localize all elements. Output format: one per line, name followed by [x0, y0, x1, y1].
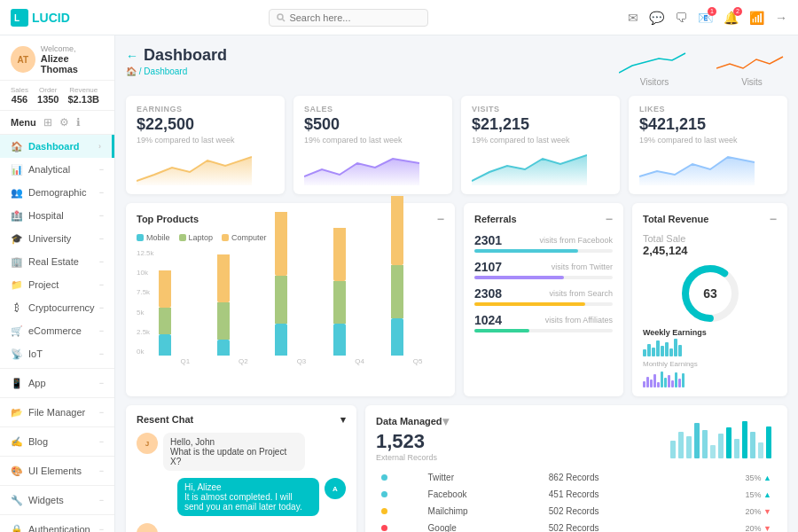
- search-input[interactable]: [289, 12, 413, 23]
- referral-bar-bg-3: [474, 329, 613, 332]
- referral-bar-3: [474, 329, 529, 332]
- svg-rect-16: [710, 445, 716, 458]
- breadcrumb-home-icon: 🏠: [126, 66, 137, 76]
- weekly-earnings-label: Weekly Earnings: [643, 328, 777, 337]
- logout-icon[interactable]: →: [775, 11, 787, 25]
- order-value: 1350: [37, 94, 59, 105]
- likes-sub: 19% compared to last week: [639, 136, 777, 145]
- sidebar-item-dashboard[interactable]: 🏠 Dashboard ›: [0, 135, 114, 158]
- svg-rect-22: [758, 442, 763, 458]
- info-icon[interactable]: ℹ: [76, 116, 81, 129]
- chat-more[interactable]: ▾: [340, 414, 346, 426]
- sidebar-label-3: Hospital: [28, 210, 64, 221]
- back-arrow[interactable]: ←: [126, 49, 138, 63]
- data-row-percent-0: 35% ▲: [689, 469, 777, 486]
- likes-card: LIKES $421,215 19% compared to last week: [629, 96, 787, 194]
- user-section: AT Welcome, Alizee Thomas: [0, 35, 114, 81]
- logo-icon: L: [11, 9, 28, 27]
- visits-value: $21,215: [472, 115, 609, 134]
- referral-item-2: 2308 visits from Search: [474, 286, 613, 306]
- sidebar-item-project[interactable]: 📁 Project −: [0, 273, 114, 296]
- sidebar-icon-11: 📂: [11, 406, 23, 419]
- sidebar-label-14: Widgets: [28, 495, 64, 505]
- sidebar-item-widgets[interactable]: 🔧 Widgets −: [0, 489, 114, 512]
- sidebar-label-15: Authentication: [28, 524, 90, 532]
- x-labels: Q1 Q2 Q3 Q4 Q5: [137, 357, 444, 365]
- referral-bar-bg-1: [474, 276, 613, 279]
- trend-icon-3: ▼: [763, 524, 771, 533]
- message-icon[interactable]: 🗨: [675, 11, 687, 25]
- sidebar-item-app[interactable]: 📱 App −: [0, 372, 114, 395]
- sidebar-item-university[interactable]: 🎓 University −: [0, 227, 114, 250]
- sidebar-item-file-manager[interactable]: 📂 File Manager −: [0, 401, 114, 424]
- chat-icon[interactable]: 💬: [649, 11, 664, 25]
- page-title-section: ← Dashboard: [126, 46, 227, 65]
- sidebar-icon-13: 🎨: [11, 465, 23, 477]
- chevron-icon-10: −: [99, 379, 104, 387]
- email-icon[interactable]: ✉: [628, 11, 638, 25]
- sidebar-label-11: File Manager: [28, 407, 85, 418]
- referral-item-0: 2301 visits from Facebook: [474, 233, 613, 253]
- sidebar-item-demographic[interactable]: 👥 Demographic −: [0, 181, 114, 204]
- avatar: AT: [11, 46, 35, 73]
- sidebar-label-9: IoT: [28, 348, 43, 359]
- referral-bar-1: [474, 276, 564, 279]
- data-row-percent-1: 15% ▲: [689, 486, 777, 503]
- y-axis: 12.5k10k7.5k5k2.5k0k: [137, 249, 154, 356]
- sidebar-label-12: Blog: [28, 436, 48, 447]
- data-sub-label: External Records: [376, 453, 449, 462]
- data-managed-more[interactable]: ▾: [442, 414, 449, 428]
- chat-bubble-1: Hello, JohnWhat is the update on Project…: [163, 433, 305, 471]
- visits-label: Visits: [716, 77, 787, 87]
- sidebar-item-analytical[interactable]: 📊 Analytical −: [0, 158, 114, 181]
- referral-label-2: visits from Search: [549, 289, 613, 298]
- svg-rect-19: [734, 439, 739, 458]
- mail-icon[interactable]: 📧1: [698, 11, 713, 25]
- gear-icon[interactable]: ⚙: [59, 116, 69, 129]
- stat-cards-row: EARNINGS $22,500 19% compared to last we…: [126, 96, 787, 194]
- data-row-records-2: 502 Records: [544, 503, 689, 520]
- data-big-number: 1,523: [376, 430, 449, 453]
- trend-icon-1: ▲: [763, 490, 771, 499]
- revenue-more[interactable]: −: [770, 212, 777, 226]
- referral-value-1: 2107: [474, 260, 502, 274]
- total-sale-title: Total Sale: [643, 233, 777, 244]
- data-row-dot-1: [376, 486, 423, 503]
- earnings-sub: 19% compared to last week: [137, 136, 274, 145]
- bell-icon[interactable]: 🔔2: [724, 11, 739, 25]
- visits-card: VISITS $21,215 19% compared to last week: [461, 96, 620, 194]
- svg-marker-6: [472, 155, 587, 185]
- svg-rect-17: [718, 434, 724, 458]
- sidebar-item-blog[interactable]: ✍️ Blog −: [0, 430, 114, 453]
- earnings-label: EARNINGS: [137, 105, 274, 113]
- sidebar-item-hospital[interactable]: 🏥 Hospital −: [0, 204, 114, 227]
- sidebar-item-ecommerce[interactable]: 🛒 eCommerce −: [0, 319, 114, 342]
- sidebar-item-ui-elements[interactable]: 🎨 UI Elements −: [0, 459, 114, 482]
- svg-point-2: [278, 14, 283, 20]
- chat-avatar-1: J: [137, 433, 158, 454]
- search-bar[interactable]: [269, 9, 428, 27]
- referrals-more[interactable]: −: [606, 212, 613, 226]
- referrals-list: 2301 visits from Facebook 2107 visits fr…: [474, 233, 613, 332]
- sidebar-icon-3: 🏥: [11, 209, 23, 222]
- data-row-records-0: 862 Records: [544, 469, 689, 486]
- data-managed-card: Data Managed ▾ 1,523 External Records: [365, 405, 787, 532]
- stats-bar: Sales 456 Order 1350 Revenue $2.13B: [0, 81, 114, 111]
- bar-chart-icon[interactable]: 📶: [749, 11, 764, 25]
- grid-icon[interactable]: ⊞: [43, 116, 52, 129]
- sidebar-item-iot[interactable]: 📡 IoT −: [0, 342, 114, 365]
- bar-q5: [391, 196, 444, 356]
- likes-value: $421,215: [639, 115, 777, 134]
- svg-rect-14: [694, 423, 700, 458]
- data-table-row-3: Google 502 Records 20% ▼: [376, 520, 777, 532]
- sidebar-item-real-estate[interactable]: 🏢 Real Estate −: [0, 250, 114, 273]
- recent-chat-card: Resent Chat ▾ J Hello, JohnWhat is the u…: [126, 405, 356, 532]
- sidebar-item-authentication[interactable]: 🔒 Authentication −: [0, 518, 114, 532]
- bar-q3: [275, 212, 328, 356]
- referral-bar-bg-2: [474, 302, 613, 306]
- chevron-icon-11: −: [99, 408, 104, 417]
- sales-value: $500: [304, 115, 442, 134]
- chevron-icon-13: −: [99, 466, 104, 475]
- sidebar-item-cryptocurrency[interactable]: ₿ Cryptocurrency −: [0, 296, 114, 319]
- chat-message-3: J: [137, 523, 346, 532]
